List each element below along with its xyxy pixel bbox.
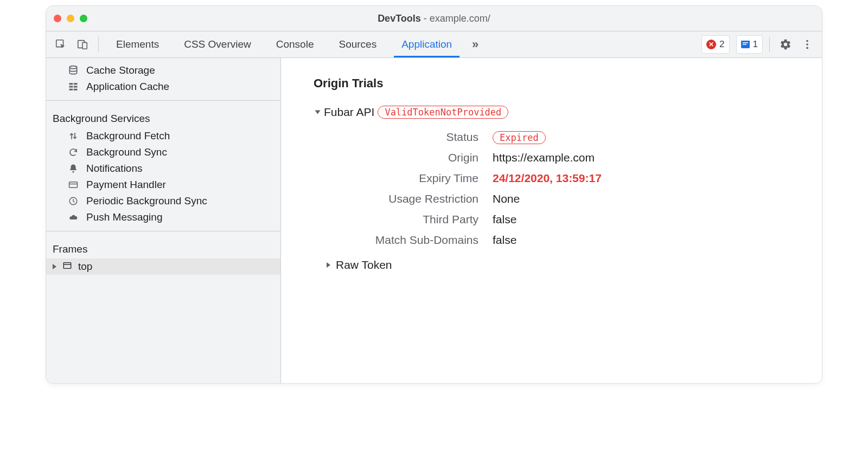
sidebar: Cache Storage Application Cache Backgrou… — [46, 58, 281, 383]
tab-css-overview[interactable]: CSS Overview — [176, 32, 259, 57]
message-icon — [741, 41, 750, 48]
sidebar-item-label: Notifications — [86, 163, 143, 174]
bell-icon — [67, 162, 80, 175]
value-status: Expired — [493, 131, 806, 144]
inspect-icon[interactable] — [52, 35, 70, 54]
main-content: Origin Trials Fubar API ValidTokenNotPro… — [281, 58, 822, 383]
sidebar-item-application-cache[interactable]: Application Cache — [46, 79, 280, 95]
sidebar-item-cache-storage[interactable]: Cache Storage — [46, 62, 280, 79]
token-status-badge: ValidTokenNotProvided — [378, 106, 508, 119]
tab-label: Console — [276, 38, 314, 50]
title-app: DevTools — [378, 13, 421, 24]
value-origin: https://example.com — [493, 151, 806, 164]
devtools-window: DevTools - example.com/ Elements CSS Ove… — [46, 5, 822, 384]
trial-name: Fubar API — [324, 106, 374, 119]
value-expiry: 24/12/2020, 13:59:17 — [493, 172, 806, 185]
label-origin: Origin — [324, 151, 493, 164]
error-count: 2 — [719, 39, 724, 50]
label-match-subdomains: Match Sub-Domains — [324, 234, 493, 247]
sync-icon — [67, 146, 80, 159]
separator — [769, 37, 770, 52]
svg-rect-16 — [69, 182, 78, 188]
status-badge: Expired — [493, 131, 546, 144]
svg-rect-12 — [69, 86, 73, 88]
message-count: 1 — [753, 39, 758, 50]
svg-rect-14 — [69, 89, 73, 90]
sidebar-item-label: Periodic Background Sync — [86, 195, 207, 207]
chevron-right-icon — [53, 264, 56, 269]
sidebar-item-background-sync[interactable]: Background Sync — [46, 144, 280, 160]
kebab-menu-icon[interactable] — [798, 35, 816, 54]
raw-token-label: Raw Token — [336, 258, 392, 271]
settings-icon[interactable] — [776, 35, 795, 54]
tab-label: Sources — [339, 38, 376, 50]
error-count-badge[interactable]: ✕ 2 — [701, 35, 729, 54]
title-url: example.com/ — [430, 13, 490, 24]
label-expiry: Expiry Time — [324, 172, 493, 185]
database-icon — [67, 64, 80, 77]
sidebar-item-periodic-bg-sync[interactable]: Periodic Background Sync — [46, 193, 280, 209]
sidebar-item-frame-top[interactable]: top — [46, 258, 280, 275]
sidebar-item-label: Background Fetch — [86, 130, 170, 142]
tab-console[interactable]: Console — [269, 32, 322, 57]
message-count-badge[interactable]: 1 — [736, 35, 763, 54]
value-match-subdomains: false — [493, 234, 806, 247]
label-usage: Usage Restriction — [324, 192, 493, 205]
sidebar-item-label: Application Cache — [86, 81, 169, 93]
label-third-party: Third Party — [324, 213, 493, 226]
titlebar: DevTools - example.com/ — [46, 6, 822, 31]
body: Cache Storage Application Cache Backgrou… — [46, 58, 822, 383]
cloud-icon — [67, 211, 80, 224]
svg-rect-13 — [74, 86, 78, 88]
value-usage: None — [493, 192, 806, 205]
window-title: DevTools - example.com/ — [46, 13, 822, 24]
close-icon[interactable] — [54, 15, 61, 22]
sidebar-item-label: Cache Storage — [86, 64, 155, 76]
up-down-arrows-icon — [67, 130, 80, 143]
label-status: Status — [324, 131, 493, 144]
separator — [46, 100, 280, 101]
sidebar-section-frames: Frames — [46, 237, 280, 258]
separator — [98, 37, 99, 52]
device-toolbar-icon[interactable] — [73, 35, 92, 54]
more-tabs-icon[interactable]: » — [466, 35, 484, 54]
svg-rect-19 — [63, 263, 71, 269]
sidebar-item-push-messaging[interactable]: Push Messaging — [46, 209, 280, 225]
maximize-icon[interactable] — [80, 15, 87, 22]
page-title: Origin Trials — [314, 76, 806, 90]
title-sep: - — [421, 13, 430, 24]
sidebar-item-label: Push Messaging — [86, 211, 162, 223]
grid-icon — [67, 80, 80, 93]
svg-point-8 — [806, 47, 808, 49]
tab-elements[interactable]: Elements — [108, 32, 167, 57]
tab-label: CSS Overview — [184, 38, 251, 50]
svg-point-7 — [806, 43, 808, 46]
sidebar-item-label: Payment Handler — [86, 179, 166, 191]
sidebar-section-background-services: Background Services — [46, 106, 280, 128]
credit-card-icon — [67, 178, 80, 191]
svg-rect-4 — [743, 42, 748, 43]
svg-rect-3 — [741, 41, 750, 47]
separator — [46, 231, 280, 231]
minimize-icon[interactable] — [67, 15, 74, 22]
tab-label: Elements — [116, 38, 159, 50]
svg-rect-15 — [74, 89, 78, 90]
tab-application[interactable]: Application — [394, 32, 459, 57]
sidebar-item-payment-handler[interactable]: Payment Handler — [46, 177, 280, 193]
error-icon: ✕ — [706, 40, 716, 49]
svg-rect-2 — [82, 42, 87, 49]
svg-point-6 — [806, 40, 808, 42]
svg-rect-10 — [69, 83, 73, 85]
svg-point-9 — [69, 66, 76, 69]
svg-rect-5 — [743, 44, 746, 45]
trial-header[interactable]: Fubar API ValidTokenNotProvided — [316, 106, 806, 119]
sidebar-item-notifications[interactable]: Notifications — [46, 160, 280, 177]
raw-token-row[interactable]: Raw Token — [327, 258, 806, 271]
chevron-right-icon — [327, 262, 330, 268]
value-third-party: false — [493, 213, 806, 226]
sidebar-item-background-fetch[interactable]: Background Fetch — [46, 128, 280, 144]
chevron-down-icon — [315, 111, 321, 114]
clock-icon — [67, 195, 80, 208]
svg-rect-11 — [74, 83, 78, 85]
tab-sources[interactable]: Sources — [331, 32, 384, 57]
